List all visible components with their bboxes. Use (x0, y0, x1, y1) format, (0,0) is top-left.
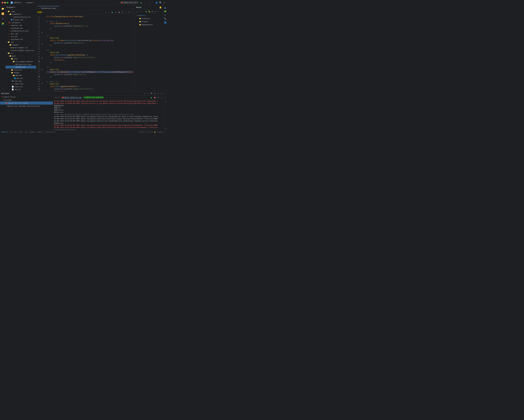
branch-selector[interactable]: ⎇ master ▼ (25, 2, 34, 4)
toolbar-pause-icon[interactable]: ⏸ (114, 11, 117, 14)
project-selector[interactable]: WebTest ▼ (14, 2, 22, 4)
tree-item-mvn[interactable]: ▾ 📁 .mvn (6, 41, 36, 43)
maven-remove-icon[interactable]: - (142, 10, 145, 13)
services-add-icon[interactable]: + (157, 92, 159, 95)
settings-icon[interactable]: ⚙ (163, 1, 166, 4)
tree-item-compiler[interactable]: ‹› compiler.xml (6, 24, 36, 27)
profile-icon[interactable]: 👤 (155, 1, 158, 4)
run-gutter-icon[interactable]: ▶ (42, 83, 43, 84)
services-x-icon[interactable]: ✕ (147, 92, 149, 95)
services-minimize-icon[interactable]: — (163, 92, 166, 95)
sidebar-more-icon[interactable]: ⋯ (0, 86, 5, 90)
service-tomcat-instance[interactable]: ✓ 🍅 Tomcat 10.1.23 [local] (0, 101, 53, 105)
maximize-button[interactable] (7, 2, 8, 3)
tomcat-run-config[interactable]: 🍅 Tomcat 10.1.23 ▼ (120, 1, 139, 4)
status-line-ending[interactable]: LF (146, 131, 148, 133)
sidebar-project-icon[interactable]: 📁 (0, 6, 5, 11)
tree-item-webxml[interactable]: 🌐 web.xml (6, 77, 36, 80)
tree-item-codeStyleConfig[interactable]: ‹› codeStyleConfig.xml (6, 16, 36, 18)
service-finished[interactable]: ▾ Finished (0, 99, 53, 101)
maven-debug-icon[interactable]: 🐛 (148, 10, 151, 13)
tree-item-mavenProp[interactable]: ≡ maven-wrapper.properties (6, 49, 36, 52)
console-tab-server[interactable]: Server (54, 97, 61, 98)
run-gutter-icon[interactable]: ▶ (42, 57, 43, 59)
code-content[interactable]: blic class TestServlet implements Servle… (45, 14, 134, 91)
editor-scrollbar[interactable] (134, 14, 135, 91)
breadcrumb-webtest[interactable]: WebTest (2, 131, 8, 133)
maven-more-icon[interactable]: ⋯ (157, 10, 160, 13)
breadcrumb-main[interactable]: main (14, 131, 17, 133)
run-gutter-icon[interactable]: ▶ (42, 32, 43, 33)
scroll-down-icon[interactable]: ▼ (164, 127, 167, 130)
run-button[interactable]: ▶ (140, 1, 143, 4)
tree-item-codeStyles[interactable]: ▾ 📁 codeStyles (6, 13, 36, 16)
sidebar-vcs-icon[interactable]: 🔀 (0, 11, 5, 16)
tree-item-HelloServlet[interactable]: ☕ HelloServlet.java (6, 63, 36, 66)
tree-item-gitignore[interactable]: 🚫 .gitignore (6, 21, 36, 24)
toolbar-settings-icon[interactable]: ⚙ (128, 11, 131, 14)
tree-item-src[interactable]: ▾ 📁 src (6, 52, 36, 55)
tree-item-vcs[interactable]: ‹› vcs.xml (6, 35, 36, 38)
tab-close-icon[interactable]: ✕ (57, 8, 57, 9)
tree-item-java[interactable]: ▾ 📁 java (6, 57, 36, 60)
code-editor[interactable]: 12 13 14 15 16 17 18 19 20 21 22 23 24 2… (36, 14, 135, 91)
close-button[interactable] (2, 2, 3, 3)
services-up-icon[interactable]: ↑ (143, 92, 146, 95)
tree-item-mavenJar[interactable]: ◼ maven-wrapper.jar (6, 46, 36, 49)
tree-item-main[interactable]: ▾ 📁 main (6, 55, 36, 57)
console-scroll-bar[interactable]: ▲ ▼ (164, 100, 167, 130)
services-eye-icon[interactable]: 👁 (150, 92, 153, 95)
tree-item-testjs[interactable]: 📄 test.js (6, 88, 36, 91)
tree-item-misc[interactable]: ‹› misc.xml (6, 32, 36, 35)
console-tab-catalina[interactable]: 🍅 Tomcat Catalina Log (61, 96, 82, 99)
console-more-icon[interactable]: ⋯ (163, 96, 166, 99)
tree-item-comExample[interactable]: ▾ 📁 com.example.webtest (6, 60, 36, 63)
maven-refresh-icon[interactable]: ↺ (136, 10, 139, 13)
maven-add-icon[interactable]: + (139, 10, 141, 13)
tree-item-stylecss[interactable]: 📄 style.css (6, 85, 36, 88)
sidebar-structure-icon[interactable]: ⊞ (0, 17, 5, 21)
far-right-plugin-icon[interactable]: 🧩 (164, 10, 167, 13)
editor-tab-TestServlet[interactable]: ☕ TestServlet.java ✕ (37, 6, 59, 10)
status-indent[interactable]: 4 spaces (157, 131, 163, 133)
service-tomcat-server[interactable]: ▾ ⚙ Tomcat Server (0, 95, 53, 99)
far-right-people-icon[interactable]: 👥 (164, 21, 167, 24)
console-pause-icon[interactable]: ⏸ (157, 96, 159, 99)
maven-item-plugins[interactable]: ▸ 📁 Plugins (135, 20, 163, 23)
tree-item-workspace[interactable]: ‹› workspace.xml (6, 38, 36, 41)
console-stop-icon[interactable]: ■ (153, 96, 156, 99)
tree-item-TestServlet[interactable]: ☕ TestServlet (6, 66, 36, 68)
toolbar-expand-icon[interactable]: ⤢ (131, 11, 134, 14)
breadcrumb-example[interactable]: example (29, 131, 35, 133)
far-right-circle-icon[interactable]: ● (164, 6, 167, 9)
tree-item-encodings[interactable]: ‹› encodings.xml (6, 27, 36, 30)
maven-run-icon[interactable]: ▶ (145, 10, 148, 13)
breadcrumb-src[interactable]: src (9, 131, 12, 133)
tree-item-iconpng[interactable]: 🖼 icon.png (6, 80, 36, 83)
services-group-icon[interactable]: ⊞ (153, 92, 156, 95)
tree-item-projectxml[interactable]: 🔷 Project.xml (6, 18, 36, 21)
breadcrumb-class[interactable]: ☕ (45, 131, 46, 133)
tree-item-jarRepos[interactable]: ‹› jarRepositories.xml (6, 30, 36, 32)
tree-item-webapp[interactable]: ▾ 📁 webapp (6, 71, 36, 74)
sidebar-plugins-icon[interactable]: 🧩 (0, 21, 5, 26)
toolbar-play-icon[interactable]: ▶ (111, 11, 114, 14)
toolbar-stop-icon[interactable]: ⏹ (118, 11, 121, 14)
toolbar-back-icon[interactable]: ◂ (104, 11, 107, 14)
status-position[interactable]: 36:47 (140, 131, 145, 133)
maven-skip-icon[interactable]: ⏭ (151, 10, 154, 13)
toolbar-check-icon[interactable]: ✓ (124, 11, 127, 14)
scroll-up-icon[interactable]: ▲ (164, 100, 167, 103)
run-gutter-icon[interactable]: ▶ (42, 43, 43, 45)
maven-item-lifecycle[interactable]: ▸ 📁 Lifecycle (135, 17, 163, 20)
breadcrumb-testservlet[interactable]: TestServlet (46, 131, 55, 133)
tree-item-idea[interactable]: ▾ 📁 .idea (6, 10, 36, 13)
console-run-icon[interactable]: ▶ (150, 96, 153, 99)
status-encoding[interactable]: UTF-8 (149, 131, 153, 133)
maven-item-dependencies[interactable]: ▸ 📁 Dependencies (135, 23, 163, 26)
toolbar-forward-icon[interactable]: ▸ (108, 11, 110, 14)
tree-item-WEBINF[interactable]: ▾ 📁 WEB-INF (6, 74, 36, 77)
breadcrumb-com[interactable]: com (25, 131, 27, 133)
maven-settings-icon[interactable]: ⚙ (154, 10, 157, 13)
maven-notification-icon[interactable]: 🔔 (159, 6, 162, 9)
